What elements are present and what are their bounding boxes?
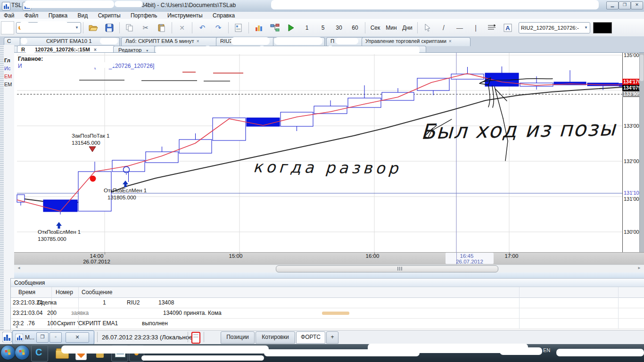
message-row[interactable]: 23:2 .76 100 Скрипт 'СКРИПТ ЕМА1 выполне… [11,318,644,329]
unit-min-button[interactable]: Мин [384,21,399,34]
script-diagram-button[interactable] [267,21,282,34]
tab-close-icon[interactable]: × [197,39,199,44]
menu-edit[interactable]: Правка [44,12,72,19]
close-button[interactable]: ✕ [66,332,89,343]
symbol-combo[interactable]: RIU2_120726_120726:- ▼ [519,22,590,33]
vertical-scrollbar[interactable] [639,53,644,252]
tab-manage-trading[interactable]: Управление торговлей скриптами× [362,37,471,46]
window-bottom-edge [14,272,644,278]
redo-button[interactable]: ↷ [211,21,226,34]
erasure [115,1,143,7]
time-tick-14: 14:00 [85,253,108,259]
pointer-tool-button[interactable] [420,21,435,34]
start-button-2[interactable] [15,346,29,360]
menu-file-behind[interactable]: Фай [0,12,19,19]
chart-legend-title: Главное: [18,56,43,62]
horizontal-scrollbar-thumb[interactable] [276,265,498,272]
title-path-fragment: 64bit) - C:\Users\1\Documents\TSLab [141,2,236,8]
erasure [556,349,644,356]
document-icon [235,24,242,32]
erasure [61,346,269,354]
column-time[interactable]: Время [18,289,35,296]
scroll-left-icon[interactable]: ◄ [15,325,18,329]
time-tick-1645-date: 26.07.2012 [448,259,491,264]
svg-text:A: A [505,25,510,32]
language-indicator[interactable]: EN [543,347,550,353]
unit-day-button[interactable]: Дни [400,21,415,34]
properties-button[interactable] [231,21,246,34]
handwriting-exit-note: Был ход из позы [421,116,617,143]
chart-legend-source-prefix: И [18,63,22,69]
color-swatch[interactable] [593,22,612,33]
paste-button[interactable] [154,21,169,34]
cut-button[interactable]: ✂ [138,21,153,34]
menu-scripts[interactable]: Скрипты [94,12,125,19]
text-tool-button[interactable]: A [500,21,515,34]
menu-view[interactable]: Вид [74,12,92,19]
vline-tool-button[interactable]: | [468,21,483,34]
copy-button[interactable] [122,21,137,34]
tab-lab-ema5[interactable]: Лаб: СКРИПТ ЕМА 5 минут× [121,37,218,46]
interval-30-button[interactable]: 30 [331,21,347,34]
run-button[interactable] [283,21,298,34]
scroll-left-icon[interactable]: ◄ [17,266,21,270]
scroll-right-icon[interactable]: ► [637,266,641,270]
maximize-button[interactable]: ❐ [619,1,631,9]
message-row[interactable]: 23:21:03.24 Сделка 1 RIU2 13408 [11,297,644,308]
connection-status-icon[interactable] [191,332,200,344]
restore-button[interactable]: ❐ [36,332,49,343]
tab-forts[interactable]: ФОРТС [296,331,325,344]
tab-quotes[interactable]: Котировки [256,331,295,344]
levels-tool-button[interactable] [484,21,499,34]
undo-button[interactable]: ↶ [195,21,210,34]
hline-tool-button[interactable]: — [452,21,467,34]
close-button[interactable]: ✕ [631,1,643,9]
tslab-icon[interactable] [2,332,12,342]
messages-panel-title: Сообщения [11,279,644,287]
minimized-window-bar[interactable]: М... ❐ ▫ ✕ [12,330,94,345]
status-separator [97,332,98,342]
menu-portfolio[interactable]: Портфель [126,12,162,19]
erasure [141,355,264,361]
open-button[interactable] [86,21,101,34]
interval-60-button[interactable]: 60 [347,21,363,34]
time-tick-14-date: 26.07.2012 [75,259,118,264]
diagram-icon [270,24,280,32]
candlestick-chart[interactable] [15,53,622,252]
vertical-scrollbar-thumb[interactable] [640,55,644,81]
minimize-button[interactable]: ▫ [50,332,62,343]
tab-close-icon[interactable]: × [94,47,97,52]
time-tick-16: 16:00 [361,253,384,259]
status-datetime: 26.07.2012 23:23:33 (Локальное) [102,334,195,341]
time-tick-15: 15:00 [224,253,248,259]
menu-tools[interactable]: Инструменты [163,12,207,19]
column-message[interactable]: Сообщение [82,289,112,296]
chart-button[interactable] [251,21,266,34]
minimize-button[interactable]: ▁ [606,1,619,9]
interval-1-button[interactable]: 1 [299,21,314,34]
tab-positions[interactable]: Позиции [221,331,255,344]
handwriting-reversal-note: когда развор [253,157,402,177]
messages-panel: Сообщения Время Номер Сообщение 23:21:03… [10,278,644,331]
menu-file[interactable]: Файл [20,12,43,19]
start-button[interactable] [1,346,15,360]
column-number[interactable]: Номер [56,289,73,296]
behind-legend-ema-red: ЕМ [4,74,12,79]
undo-icon: ↶ [199,24,206,32]
screen: TSL TSL 64bit) - C:\Users\1\Documents\TS… [0,0,644,362]
unit-sec-button[interactable]: Сек [368,21,383,34]
delete-button[interactable]: ✕ [174,21,190,34]
interval-5-button[interactable]: 5 [315,21,330,34]
erasure [25,47,36,53]
blank-button[interactable] [1,21,14,34]
browser-taskbar-icon[interactable]: C [31,345,48,362]
tab-close-icon[interactable]: × [449,39,452,44]
menu-help[interactable]: Справка [208,12,239,19]
behind-legend-source: Ис [4,66,10,71]
erasure [93,62,114,68]
line-tool-button[interactable]: / [436,21,451,34]
save-button[interactable] [102,21,117,34]
add-tab-button[interactable]: + [326,331,339,344]
message-row[interactable]: 23:21:03.04 200 заявка 134090 принята. К… [11,308,644,319]
time-tick-1645: 16:45 [455,253,479,259]
